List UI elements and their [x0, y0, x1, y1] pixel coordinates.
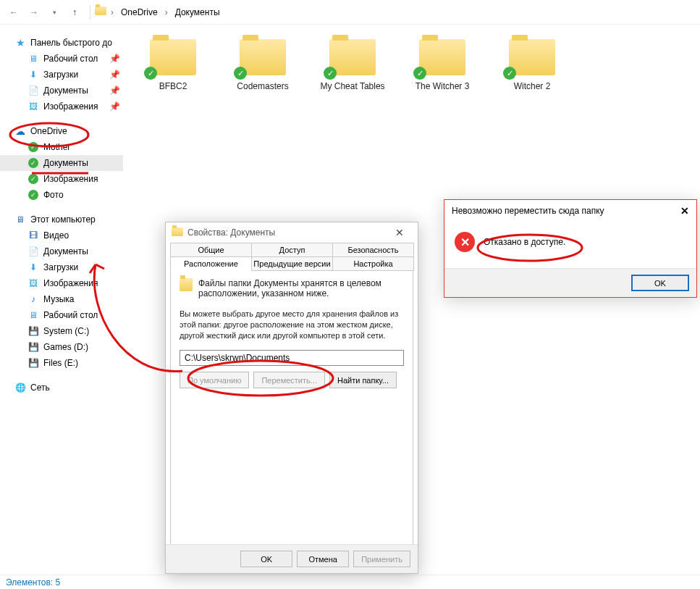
tab-customize[interactable]: Настройка — [332, 256, 414, 271]
close-button[interactable]: ✕ — [680, 205, 689, 217]
apply-button[interactable]: Применить — [353, 551, 410, 567]
sidebar-item-drive-e[interactable]: 💾 Files (E:) — [0, 355, 123, 371]
tab-general[interactable]: Общие — [170, 243, 252, 257]
sidebar-item-documents[interactable]: 📄 Документы 📌 — [0, 83, 123, 99]
label: Видео — [43, 230, 69, 241]
navigation-tree: ★ Панель быстрого до 🖥 Рабочий стол 📌 ⬇ … — [0, 25, 123, 575]
status-bar: Элементов: 5 — [0, 575, 700, 589]
download-icon: ⬇ — [28, 69, 39, 80]
error-ok-button[interactable]: OK — [631, 275, 689, 291]
folder-icon — [95, 7, 106, 17]
ok-button[interactable]: OK — [240, 551, 292, 567]
folder-bfbc2[interactable]: ✓ BFBC2 — [140, 39, 206, 91]
recent-dropdown[interactable]: ▾ — [45, 3, 64, 22]
pin-icon: 📌 — [109, 54, 120, 64]
label: Games (D:) — [43, 342, 88, 352]
quick-access-header[interactable]: ★ Панель быстрого до — [0, 35, 123, 51]
folder-witcher3[interactable]: ✓ The Witcher 3 — [410, 39, 475, 91]
sidebar-item-onedrive-pictures[interactable]: ✓ Изображения — [0, 171, 123, 187]
sidebar-item-desktop[interactable]: 🖥 Рабочий стол 📌 — [0, 51, 123, 67]
folder-icon: ✓ — [329, 39, 376, 75]
tab-security[interactable]: Безопасность — [332, 243, 414, 257]
location-path-input[interactable] — [180, 350, 404, 366]
thispc-header[interactable]: 🖥 Этот компьютер — [0, 212, 123, 227]
label: Документы — [43, 158, 88, 168]
folder-witcher2[interactable]: ✓ Witcher 2 — [499, 39, 565, 91]
sidebar-item-pc-desktop[interactable]: 🖥 Рабочий стол — [0, 307, 123, 323]
label: Этот компьютер — [30, 214, 96, 225]
folder-icon — [172, 227, 183, 238]
label: Рабочий стол — [43, 310, 98, 320]
pc-icon: 🖥 — [14, 214, 26, 225]
sync-badge-icon: ✓ — [234, 67, 247, 80]
label: Files (E:) — [43, 358, 78, 368]
back-button[interactable]: ← — [4, 3, 23, 22]
sidebar-item-pc-documents[interactable]: 📄 Документы — [0, 243, 123, 259]
properties-dialog: Свойства: Документы ✕ Общие Доступ Безоп… — [165, 222, 418, 574]
location-desc-2: Вы можете выбрать другое место для хране… — [180, 309, 404, 341]
dialog-titlebar[interactable]: Свойства: Документы ✕ — [166, 222, 418, 243]
sidebar-item-onedrive-photo[interactable]: ✓ Фото — [0, 187, 123, 203]
star-icon: ★ — [14, 37, 26, 49]
close-button[interactable]: ✕ — [387, 227, 412, 238]
tab-location[interactable]: Расположение — [170, 256, 252, 271]
forward-button[interactable]: → — [25, 3, 43, 22]
sync-folder-icon: ✓ — [28, 141, 39, 153]
sidebar-item-music[interactable]: ♪ Музыка — [0, 291, 123, 307]
label: Изображения — [43, 101, 98, 112]
folder-cheat-tables[interactable]: ✓ My Cheat Tables — [320, 39, 385, 91]
chevron-icon[interactable]: › — [162, 7, 171, 17]
label: Фото — [43, 190, 64, 200]
chevron-icon[interactable]: › — [108, 7, 117, 17]
error-icon: ✕ — [455, 232, 475, 252]
label: Рабочий стол — [43, 54, 98, 64]
label: Документы — [43, 85, 88, 96]
label: Панель быстрого до — [30, 38, 112, 48]
sidebar-item-onedrive-documents[interactable]: ✓ Документы — [0, 155, 123, 171]
onedrive-header[interactable]: ☁ OneDrive — [0, 123, 123, 139]
breadcrumb-onedrive[interactable]: OneDrive — [118, 6, 161, 19]
tab-previous-versions[interactable]: Предыдущие версии — [251, 256, 333, 271]
up-button[interactable]: ↑ — [65, 3, 84, 22]
sync-badge-icon: ✓ — [503, 67, 516, 80]
sidebar-item-pictures[interactable]: 🖼 Изображения 📌 — [0, 99, 123, 114]
dialog-footer: OK Отмена Применить — [166, 544, 418, 573]
error-message: Отказано в доступе. — [484, 237, 565, 247]
folder-icon: ✓ — [509, 39, 555, 75]
sidebar-item-pc-downloads[interactable]: ⬇ Загрузки — [0, 259, 123, 275]
sidebar-item-drive-d[interactable]: 💾 Games (D:) — [0, 339, 123, 355]
document-icon: 📄 — [28, 246, 39, 257]
sidebar-item-downloads[interactable]: ⬇ Загрузки 📌 — [0, 67, 123, 83]
folder-codemasters[interactable]: ✓ Codemasters — [230, 39, 295, 91]
sidebar-item-mother[interactable]: ✓ Mother — [0, 139, 123, 155]
label: Изображения — [43, 174, 98, 184]
error-titlebar[interactable]: Невозможно переместить сюда папку ✕ — [444, 200, 696, 222]
move-button[interactable]: Переместить... — [253, 372, 325, 388]
label: System (C:) — [43, 326, 89, 336]
sidebar-item-drive-c[interactable]: 💾 System (C:) — [0, 323, 123, 339]
onedrive-icon: ☁ — [14, 125, 26, 137]
picture-icon: 🖼 — [28, 101, 39, 112]
tab-sharing[interactable]: Доступ — [251, 243, 333, 257]
sync-folder-icon: ✓ — [28, 189, 39, 201]
download-icon: ⬇ — [28, 262, 39, 273]
restore-default-button[interactable]: По умолчанию — [180, 372, 249, 388]
network-icon: 🌐 — [14, 382, 26, 393]
breadcrumb-documents[interactable]: Документы — [172, 6, 223, 19]
cancel-button[interactable]: Отмена — [297, 551, 349, 567]
error-title: Невозможно переместить сюда папку — [452, 206, 680, 216]
folder-icon: ✓ — [240, 39, 286, 75]
label: Музыка — [43, 294, 74, 304]
sidebar-item-pc-pictures[interactable]: 🖼 Изображения — [0, 275, 123, 291]
pin-icon: 📌 — [109, 101, 120, 112]
sidebar-item-video[interactable]: 🎞 Видео — [0, 227, 123, 243]
label: Загрузки — [43, 70, 78, 80]
folder-icon: ✓ — [419, 39, 465, 75]
desktop-icon: 🖥 — [28, 309, 39, 321]
network-header[interactable]: 🌐 Сеть — [0, 380, 123, 396]
drive-icon: 💾 — [28, 357, 39, 369]
find-target-button[interactable]: Найти папку... — [329, 372, 397, 388]
breadcrumb[interactable]: › OneDrive › Документы — [95, 6, 223, 19]
address-bar: ← → ▾ ↑ › OneDrive › Документы — [0, 0, 700, 25]
folder-label: My Cheat Tables — [320, 81, 384, 91]
